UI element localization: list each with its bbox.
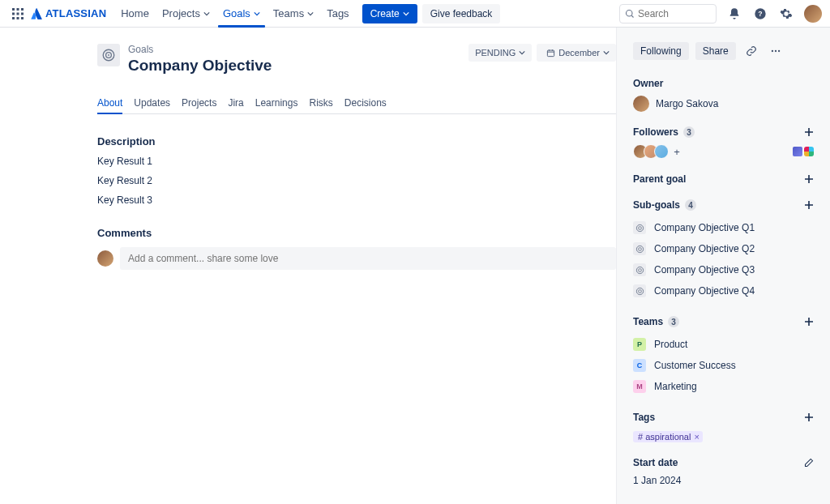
team-row[interactable]: MMarketing <box>633 376 814 397</box>
add-team-button[interactable] <box>804 317 814 327</box>
svg-rect-7 <box>17 17 19 19</box>
breadcrumb[interactable]: Goals <box>128 44 272 55</box>
nav-home[interactable]: Home <box>114 0 156 27</box>
svg-rect-5 <box>21 12 24 15</box>
current-user-avatar <box>97 250 113 267</box>
tab-about[interactable]: About <box>97 97 122 113</box>
team-row[interactable]: CCustomer Success <box>633 355 814 376</box>
team-row[interactable]: PProduct <box>633 334 814 355</box>
tab-projects[interactable]: Projects <box>182 97 216 113</box>
comment-composer <box>97 247 616 270</box>
subgoals-label: Sub-goals <box>633 199 680 211</box>
add-parent-goal-button[interactable] <box>804 174 814 184</box>
parent-goal-label: Parent goal <box>633 173 686 185</box>
owner-row[interactable]: Margo Sakova <box>633 96 814 112</box>
feedback-button[interactable]: Give feedback <box>422 4 501 23</box>
team-name: Marketing <box>654 381 697 392</box>
goal-icon <box>633 284 646 297</box>
main-nav: Home Projects Goals Teams Tags <box>114 0 355 27</box>
start-date-value: 1 Jan 2024 <box>633 475 814 486</box>
goal-icon <box>633 242 646 255</box>
main-content: Goals Company Objective PENDING December… <box>0 28 616 504</box>
tab-risks[interactable]: Risks <box>309 97 332 113</box>
add-subgoal-button[interactable] <box>804 200 814 210</box>
share-button[interactable]: Share <box>695 42 736 60</box>
teams-integration-icon[interactable] <box>793 147 802 156</box>
chevron-down-icon <box>403 11 409 17</box>
chevron-down-icon <box>519 49 525 56</box>
svg-rect-15 <box>548 50 554 57</box>
sidebar-actions: Following Share <box>633 42 814 60</box>
integrations <box>793 147 814 156</box>
remove-tag-icon[interactable]: × <box>694 432 699 442</box>
search-icon <box>625 9 635 19</box>
subgoal-row[interactable]: Company Objective Q1 <box>633 217 814 238</box>
due-date-pill[interactable]: December <box>537 44 616 62</box>
owner-avatar <box>633 96 649 112</box>
svg-text:?: ? <box>758 10 762 18</box>
notifications-icon[interactable] <box>726 6 742 22</box>
description-heading: Description <box>97 135 616 147</box>
goal-icon <box>633 263 646 276</box>
comment-input[interactable] <box>120 247 616 270</box>
team-name: Product <box>654 339 687 350</box>
follower-avatar <box>654 144 669 159</box>
user-avatar[interactable] <box>804 5 822 23</box>
top-bar: ATLASSIAN Home Projects Goals Teams Tags… <box>0 0 830 28</box>
nav-teams[interactable]: Teams <box>267 0 320 27</box>
help-icon[interactable]: ? <box>752 6 768 22</box>
svg-rect-6 <box>12 17 15 19</box>
tab-learnings[interactable]: Learnings <box>255 97 298 113</box>
svg-point-21 <box>636 246 643 252</box>
slack-integration-icon[interactable] <box>804 147 814 156</box>
description-item: Key Result 1 <box>97 156 616 167</box>
comments-heading: Comments <box>97 227 616 239</box>
add-tag-button[interactable] <box>804 412 814 422</box>
search-input[interactable] <box>638 8 707 19</box>
subgoal-row[interactable]: Company Objective Q3 <box>633 259 814 280</box>
subgoal-row[interactable]: Company Objective Q2 <box>633 238 814 259</box>
subgoals-count: 4 <box>685 199 696 211</box>
create-button[interactable]: Create <box>362 4 417 23</box>
tab-decisions[interactable]: Decisions <box>344 97 387 113</box>
more-icon[interactable] <box>767 42 785 60</box>
subgoal-name: Company Objective Q1 <box>654 222 755 233</box>
edit-start-date-icon[interactable] <box>804 458 814 468</box>
nav-projects[interactable]: Projects <box>156 0 216 27</box>
add-follower-button[interactable] <box>804 127 814 137</box>
goal-icon <box>633 221 646 234</box>
svg-rect-8 <box>21 17 24 19</box>
subgoal-name: Company Objective Q2 <box>654 243 755 254</box>
svg-rect-4 <box>17 12 19 15</box>
svg-point-18 <box>778 50 780 52</box>
app-switcher-icon[interactable] <box>8 4 28 23</box>
svg-point-24 <box>638 268 641 271</box>
brand-text: ATLASSIAN <box>45 7 106 19</box>
add-follower-inline[interactable]: + <box>670 145 683 158</box>
svg-rect-1 <box>17 8 19 11</box>
calendar-icon <box>546 49 555 58</box>
svg-rect-3 <box>12 12 15 15</box>
followers-label: Followers <box>633 126 678 138</box>
atlassian-logo[interactable]: ATLASSIAN <box>31 7 106 19</box>
goal-icon <box>97 44 120 66</box>
teams-label: Teams <box>633 316 663 327</box>
status-pill[interactable]: PENDING <box>468 44 532 62</box>
tab-jira[interactable]: Jira <box>228 97 243 113</box>
settings-icon[interactable] <box>778 6 794 22</box>
subgoal-row[interactable]: Company Objective Q4 <box>633 280 814 301</box>
svg-point-23 <box>636 267 643 273</box>
tab-updates[interactable]: Updates <box>134 97 170 113</box>
copy-link-icon[interactable] <box>742 42 760 60</box>
following-button[interactable]: Following <box>633 42 689 60</box>
svg-point-22 <box>638 247 641 250</box>
page-header: Goals Company Objective PENDING December <box>97 44 616 75</box>
description-item: Key Result 2 <box>97 175 616 186</box>
description-item: Key Result 3 <box>97 194 616 206</box>
follower-avatars[interactable]: + <box>633 144 683 159</box>
tag-chip[interactable]: # aspirational × <box>633 431 703 442</box>
page-title: Company Objective <box>128 57 272 75</box>
nav-goals[interactable]: Goals <box>216 0 267 27</box>
search-input-wrapper[interactable] <box>619 4 717 23</box>
nav-tags[interactable]: Tags <box>320 0 355 27</box>
